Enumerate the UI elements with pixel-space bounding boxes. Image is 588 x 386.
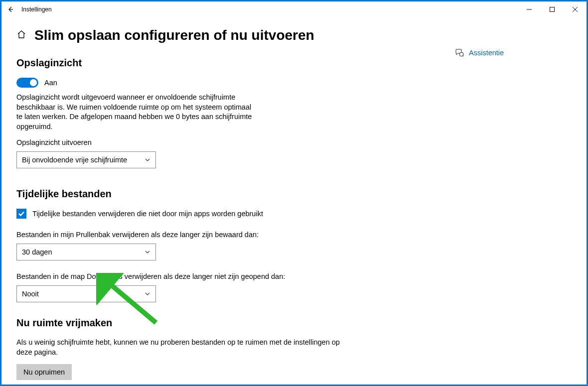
delete-temp-checkbox[interactable] <box>16 209 26 219</box>
back-button[interactable] <box>1 1 19 17</box>
chevron-down-icon <box>145 291 150 297</box>
check-icon <box>18 210 25 217</box>
close-icon <box>573 7 578 12</box>
maximize-icon <box>550 7 555 12</box>
clean-now-button[interactable]: Nu opruimen <box>16 364 72 380</box>
close-button[interactable] <box>564 1 587 17</box>
svg-rect-2 <box>550 7 555 12</box>
maximize-button[interactable] <box>541 1 564 17</box>
help-link[interactable]: Assistentie <box>455 48 504 57</box>
minimize-icon <box>527 7 532 12</box>
home-icon[interactable] <box>16 29 26 41</box>
minimize-button[interactable] <box>518 1 541 17</box>
free-now-description: Als u weinig schijfruimte hebt, kunnen w… <box>16 338 345 357</box>
downloads-dropdown[interactable]: Nooit <box>16 285 156 302</box>
chevron-down-icon <box>145 157 150 163</box>
titlebar: Instellingen <box>1 1 587 17</box>
svg-line-6 <box>463 56 464 57</box>
storage-sense-heading: Opslaginzicht <box>16 57 345 69</box>
dropdown-value: Nooit <box>22 290 39 298</box>
free-now-heading: Nu ruimte vrijmaken <box>16 317 345 329</box>
window-controls <box>518 1 587 17</box>
run-storage-sense-dropdown[interactable]: Bij onvoldoende vrije schijfruimte <box>16 151 156 168</box>
toggle-label: Aan <box>44 79 57 87</box>
run-storage-sense-label: Opslaginzicht uitvoeren <box>16 138 345 146</box>
chat-help-icon <box>455 48 464 57</box>
page-title: Slim opslaan configureren of nu uitvoere… <box>34 27 314 43</box>
recycle-bin-dropdown[interactable]: 30 dagen <box>16 244 156 260</box>
delete-temp-label: Tijdelijke bestanden verwijderen die nie… <box>32 210 263 218</box>
arrow-left-icon <box>7 6 14 13</box>
downloads-label: Bestanden in de map Downloads verwijdere… <box>16 272 345 280</box>
dropdown-value: Bij onvoldoende vrije schijfruimte <box>22 156 127 164</box>
temp-files-heading: Tijdelijke bestanden <box>16 188 345 200</box>
toggle-knob <box>30 79 37 86</box>
window-title: Instellingen <box>19 6 52 13</box>
storage-sense-toggle[interactable] <box>16 78 38 88</box>
dropdown-value: 30 dagen <box>22 248 52 256</box>
help-label: Assistentie <box>469 49 504 57</box>
chevron-down-icon <box>145 249 150 255</box>
recycle-bin-label: Bestanden in mijn Prullenbak verwijderen… <box>16 231 345 239</box>
storage-sense-description: Opslaginzicht wordt uitgevoerd wanneer e… <box>16 93 256 131</box>
